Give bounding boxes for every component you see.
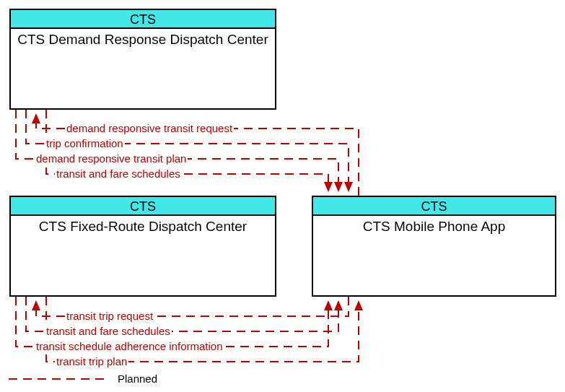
- box-title: CTS Fixed-Route Dispatch Center: [11, 216, 275, 235]
- flow-label-transit-trip-plan: transit trip plan: [55, 355, 128, 368]
- flow-label-transit-trip-request: transit trip request: [65, 310, 154, 323]
- flow-label-trip-confirmation: trip confirmation: [45, 137, 125, 150]
- box-cts-demand-response-dispatch-center: CTS CTS Demand Response Dispatch Center: [9, 9, 276, 110]
- box-cts-fixed-route-dispatch-center: CTS CTS Fixed-Route Dispatch Center: [9, 196, 276, 297]
- flow-label-transit-and-fare-schedules-bottom: transit and fare schedules: [45, 325, 172, 338]
- box-title: CTS Demand Response Dispatch Center: [11, 29, 275, 48]
- box-header: CTS: [11, 10, 275, 29]
- flow-label-demand-responsive-transit-request: demand responsive transit request: [65, 122, 234, 135]
- flow-label-demand-responsive-transit-plan: demand responsive transit plan: [35, 152, 188, 165]
- box-cts-mobile-phone-app: CTS CTS Mobile Phone App: [312, 196, 556, 297]
- box-title: CTS Mobile Phone App: [313, 216, 555, 235]
- flow-label-transit-schedule-adherence-information: transit schedule adherence information: [35, 340, 224, 353]
- legend-planned-label: Planned: [118, 373, 157, 385]
- flow-label-transit-and-fare-schedules-top: transit and fare schedules: [55, 167, 182, 180]
- box-header: CTS: [313, 197, 555, 216]
- box-header: CTS: [11, 197, 275, 216]
